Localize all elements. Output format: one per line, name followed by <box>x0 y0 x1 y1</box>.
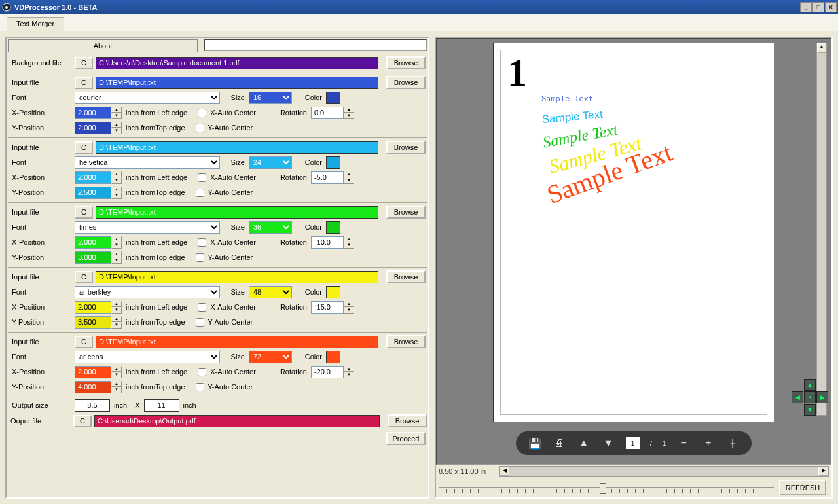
spin-up-icon[interactable]: ▲ <box>111 366 122 372</box>
spin-down-icon[interactable]: ▼ <box>111 387 122 393</box>
font-select-3[interactable]: ar berkley <box>75 286 220 298</box>
input-browse-button-2[interactable]: Browse <box>386 206 426 219</box>
ypos-spinner-4[interactable]: ▲▼ <box>75 381 122 393</box>
spin-down-icon[interactable]: ▼ <box>111 113 122 119</box>
rotation-spinner-2[interactable]: ▲▼ <box>311 236 354 249</box>
nav-left[interactable]: ◀ <box>792 391 803 403</box>
xauto-checkbox-4[interactable] <box>198 368 206 376</box>
output-height[interactable] <box>144 399 179 412</box>
about-button[interactable]: About <box>8 39 198 52</box>
xauto-checkbox-1[interactable] <box>198 173 206 182</box>
rotation-spinner-1[interactable]: ▲▼ <box>311 171 354 184</box>
nav-right[interactable]: ▶ <box>816 391 828 403</box>
zoom-in-icon[interactable]: + <box>701 436 716 450</box>
spin-down-icon[interactable]: ▼ <box>344 372 354 378</box>
page-input[interactable] <box>626 437 640 449</box>
refresh-button[interactable]: REFRESH <box>779 480 826 495</box>
spin-up-icon[interactable]: ▲ <box>111 251 122 258</box>
proceed-button[interactable]: Proceed <box>386 432 426 445</box>
spin-up-icon[interactable]: ▲ <box>111 381 122 387</box>
xauto-checkbox-2[interactable] <box>198 238 206 247</box>
save-icon[interactable]: 💾 <box>528 436 542 450</box>
bg-clear-button[interactable]: C <box>75 57 93 69</box>
size-select-3[interactable]: 48 <box>249 286 292 298</box>
input-clear-button-1[interactable]: C <box>75 141 93 154</box>
preview-viewport[interactable]: 1 Sample TextSample TextSample TextSampl… <box>436 38 831 465</box>
hscroll-left-icon[interactable]: ◀ <box>500 467 509 476</box>
spin-down-icon[interactable]: ▼ <box>111 177 122 184</box>
spin-up-icon[interactable]: ▲ <box>111 236 122 243</box>
spin-down-icon[interactable]: ▼ <box>344 242 354 249</box>
color-swatch-2[interactable] <box>326 221 340 234</box>
spin-up-icon[interactable]: ▲ <box>344 366 354 372</box>
xpos-spinner-4[interactable]: ▲▼ <box>75 366 122 378</box>
yauto-checkbox-4[interactable] <box>196 383 204 391</box>
yauto-checkbox-0[interactable] <box>196 124 204 132</box>
zoom-out-icon[interactable]: − <box>676 436 691 450</box>
print-icon[interactable]: 🖨 <box>552 436 566 450</box>
spin-down-icon[interactable]: ▼ <box>111 372 122 378</box>
spin-up-icon[interactable]: ▲ <box>344 236 354 243</box>
input-browse-button-0[interactable]: Browse <box>386 76 426 89</box>
preview-vscroll[interactable]: ▲ <box>816 43 827 416</box>
yauto-checkbox-1[interactable] <box>196 189 204 197</box>
input-clear-button-0[interactable]: C <box>75 77 93 89</box>
page-up-icon[interactable]: ▲ <box>577 436 591 450</box>
ypos-spinner-3[interactable]: ▲▼ <box>75 316 122 329</box>
tab-text-merger[interactable]: Text Merger <box>7 17 64 31</box>
spin-down-icon[interactable]: ▼ <box>344 177 354 184</box>
bg-browse-button[interactable]: Browse <box>386 56 426 69</box>
preview-hscroll[interactable]: ◀ ▶ <box>499 466 829 477</box>
spin-down-icon[interactable]: ▼ <box>344 307 354 314</box>
output-path[interactable]: C:\Users\d\Desktop\Output.pdf <box>94 415 380 427</box>
spin-up-icon[interactable]: ▲ <box>344 107 354 113</box>
output-clear-button[interactable]: C <box>73 415 92 427</box>
yauto-checkbox-3[interactable] <box>196 318 204 327</box>
spin-up-icon[interactable]: ▲ <box>111 107 122 113</box>
spin-down-icon[interactable]: ▼ <box>111 192 122 199</box>
input-browse-button-1[interactable]: Browse <box>386 141 426 154</box>
color-swatch-1[interactable] <box>326 156 340 169</box>
nav-up[interactable]: ▲ <box>804 379 816 391</box>
spin-down-icon[interactable]: ▼ <box>111 128 122 134</box>
size-select-1[interactable]: 24 <box>249 156 292 169</box>
spin-up-icon[interactable]: ▲ <box>111 301 122 308</box>
zoom-slider[interactable] <box>439 481 774 494</box>
spin-down-icon[interactable]: ▼ <box>111 242 122 249</box>
spin-down-icon[interactable]: ▼ <box>111 322 122 329</box>
ypos-spinner-2[interactable]: ▲▼ <box>75 251 122 264</box>
yauto-checkbox-2[interactable] <box>196 253 204 262</box>
minimize-button[interactable]: _ <box>800 2 812 12</box>
close-button[interactable]: ✕ <box>825 2 837 12</box>
bg-path[interactable]: C:\Users\d\Desktop\Sample document 1.pdf <box>96 57 378 69</box>
ypos-spinner-0[interactable]: ▲▼ <box>75 122 122 134</box>
spin-down-icon[interactable]: ▼ <box>111 257 122 264</box>
input-path-2[interactable]: D:\TEMP\Input.txt <box>96 206 378 219</box>
spin-up-icon[interactable]: ▲ <box>344 301 354 308</box>
input-path-0[interactable]: D:\TEMP\Input.txt <box>96 77 378 89</box>
zoom-thumb[interactable] <box>600 483 606 494</box>
size-select-2[interactable]: 36 <box>249 221 292 234</box>
input-clear-button-2[interactable]: C <box>75 206 93 219</box>
input-browse-button-4[interactable]: Browse <box>386 335 426 348</box>
ypos-spinner-1[interactable]: ▲▼ <box>75 187 122 199</box>
size-select-4[interactable]: 72 <box>249 351 292 363</box>
input-path-1[interactable]: D:\TEMP\Input.txt <box>96 141 378 154</box>
input-clear-button-3[interactable]: C <box>75 271 93 283</box>
xpos-spinner-1[interactable]: ▲▼ <box>75 171 122 184</box>
output-browse-button[interactable]: Browse <box>388 414 427 427</box>
output-width[interactable] <box>75 399 110 412</box>
maximize-button[interactable]: □ <box>812 2 824 12</box>
input-browse-button-3[interactable]: Browse <box>386 270 426 283</box>
spin-up-icon[interactable]: ▲ <box>111 187 122 193</box>
font-select-2[interactable]: times <box>75 221 220 234</box>
rotation-spinner-0[interactable]: ▲▼ <box>311 107 354 119</box>
spin-up-icon[interactable]: ▲ <box>111 316 122 323</box>
spin-up-icon[interactable]: ▲ <box>344 171 354 178</box>
font-select-0[interactable]: courier <box>75 92 220 104</box>
color-swatch-0[interactable] <box>326 92 340 104</box>
xpos-spinner-2[interactable]: ▲▼ <box>75 236 122 249</box>
xauto-checkbox-0[interactable] <box>198 109 206 117</box>
xpos-spinner-3[interactable]: ▲▼ <box>75 301 122 314</box>
xpos-spinner-0[interactable]: ▲▼ <box>75 107 122 119</box>
